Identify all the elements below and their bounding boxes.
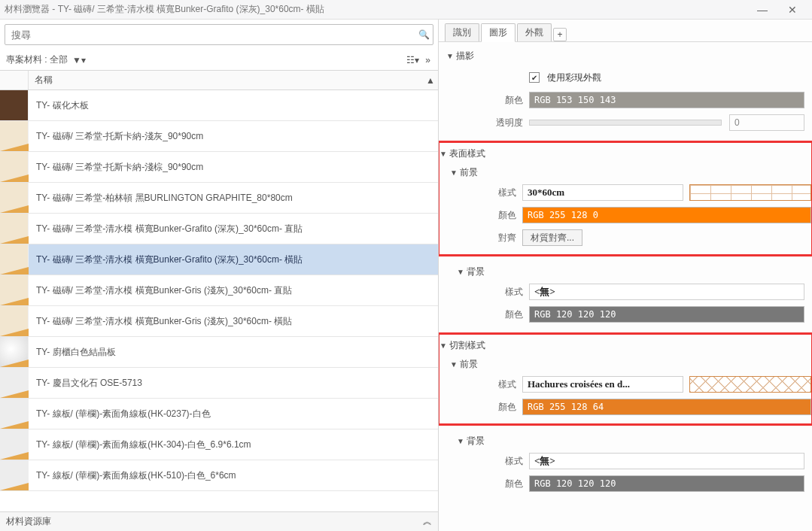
material-name: TY- 磁磚/ 三希堂-托斯卡納-淺棕_90*90cm — [29, 161, 438, 174]
material-name: TY- 廚櫃白色結晶板 — [29, 346, 438, 359]
list-view-icon[interactable]: ☷▾ — [405, 55, 421, 65]
material-row[interactable]: TY- 線板/ (華欄)-素面角線板(HK-510)-白色_6*6cm — [0, 460, 438, 491]
material-row[interactable]: TY- 磁磚/ 三希堂-托斯卡納-淺灰_90*90cm — [0, 121, 438, 152]
cut-fg-pattern-field[interactable]: Hachures croisées en d... — [522, 376, 683, 393]
transparency-label: 透明度 — [446, 117, 529, 129]
expand-icon[interactable]: » — [424, 55, 432, 65]
material-row[interactable]: TY- 磁磚/ 三希堂-托斯卡納-淺棕_90*90cm — [0, 152, 438, 183]
add-tab-button[interactable]: + — [553, 28, 567, 41]
material-thumbnail — [0, 244, 29, 275]
list-header: 名稱 ▲ — [0, 71, 438, 90]
left-panel: 🔍 專案材料 : 全部 ▼▾ ☷▾ » 名稱 ▲ TY- 碳化木板TY- 磁磚/… — [0, 20, 439, 531]
transparency-slider[interactable] — [529, 120, 722, 126]
tab-graphics[interactable]: 圖形 — [481, 23, 515, 42]
project-materials-toolbar: 專案材料 : 全部 ▼▾ ☷▾ » — [0, 50, 438, 71]
surf-fg-pattern-swatch[interactable] — [689, 184, 811, 201]
search-icon[interactable]: 🔍 — [415, 29, 433, 40]
material-thumbnail — [0, 214, 29, 244]
use-render-checkbox[interactable]: ✔ — [529, 72, 540, 83]
material-name: TY- 慶昌文化石 OSE-5713 — [29, 377, 438, 390]
tab-identity[interactable]: 識別 — [445, 23, 479, 41]
search-input[interactable]: 🔍 — [5, 24, 433, 45]
properties-panel: 識別 圖形 外觀 + 描影 ✔ 使用彩現外觀 顏色 RGB 153 150 14… — [439, 20, 812, 531]
cut-fg-color-label: 顏色 — [439, 401, 522, 414]
material-name: TY- 磁磚/ 三希堂-清水模 橫寬Bunker-Grafito (深灰)_30… — [29, 253, 438, 266]
materials-list[interactable]: TY- 碳化木板TY- 磁磚/ 三希堂-托斯卡納-淺灰_90*90cmTY- 磁… — [0, 90, 438, 511]
material-thumbnail — [0, 275, 29, 305]
shading-section[interactable]: 描影 — [446, 47, 804, 65]
material-row[interactable]: TY- 線板/ (華欄)-素面角線板(HK-0237)-白色 — [0, 399, 438, 429]
material-name: TY- 線板/ (華欄)-素面角線板(HK-0237)-白色 — [29, 408, 438, 420]
collapse-icon[interactable]: ︽ — [423, 515, 432, 528]
use-render-label: 使用彩現外觀 — [547, 71, 601, 84]
transparency-value[interactable]: 0 — [729, 114, 804, 131]
surf-fg-pattern-field[interactable]: 30*60cm — [522, 184, 683, 201]
texture-align-button[interactable]: 材質對齊... — [522, 229, 582, 246]
material-row[interactable]: TY- 磁磚/ 三希堂-清水模 橫寬Bunker-Grafito (深灰)_30… — [0, 244, 438, 275]
material-thumbnail — [0, 368, 29, 398]
align-label: 對齊 — [439, 232, 522, 244]
surf-bg-color-label: 顏色 — [446, 308, 529, 321]
material-row[interactable]: TY- 碳化木板 — [0, 90, 438, 121]
cut-bg-pattern-label: 樣式 — [446, 455, 529, 468]
material-thumbnail — [0, 152, 29, 182]
material-thumbnail — [0, 337, 29, 367]
surf-bg-color-field[interactable]: RGB 120 120 120 — [529, 306, 804, 323]
cut-background-header[interactable]: 背景 — [446, 432, 804, 449]
material-thumbnail — [0, 183, 29, 213]
titlebar: 材料瀏覽器 - TY- 磁磚/ 三希堂-清水模 橫寬Bunker-Grafito… — [0, 0, 812, 20]
surface-background-header[interactable]: 背景 — [446, 262, 804, 280]
tabs: 識別 圖形 外觀 + — [439, 20, 812, 42]
surf-fg-color-label: 顏色 — [439, 209, 522, 222]
surface-pattern-header[interactable]: 表面樣式 — [439, 144, 811, 163]
cut-foreground-header[interactable]: 前景 — [439, 355, 811, 372]
shading-color-label: 顏色 — [446, 94, 529, 107]
cut-fg-color-field[interactable]: RGB 255 128 64 — [522, 399, 811, 415]
material-thumbnail — [0, 306, 29, 336]
cut-bg-color-label: 顏色 — [446, 478, 529, 490]
material-name: TY- 線板/ (華欄)-素面角線板(HK-510)-白色_6*6cm — [29, 469, 438, 482]
sort-icon[interactable]: ▲ — [423, 75, 438, 86]
cut-pattern-header[interactable]: 切割樣式 — [439, 336, 811, 355]
material-thumbnail — [0, 460, 29, 490]
project-materials-label: 專案材料 : 全部 — [6, 53, 68, 66]
filter-icon[interactable]: ▼▾ — [71, 55, 87, 65]
column-name[interactable]: 名稱 — [29, 74, 423, 86]
tab-appearance[interactable]: 外觀 — [517, 23, 552, 41]
material-thumbnail — [0, 121, 29, 151]
material-row[interactable]: TY- 廚櫃白色結晶板 — [0, 337, 438, 368]
material-thumbnail — [0, 90, 29, 120]
material-thumbnail — [0, 399, 29, 429]
surf-bg-pattern-field[interactable]: <無> — [529, 284, 804, 300]
material-row[interactable]: TY- 慶昌文化石 OSE-5713 — [0, 368, 438, 399]
material-name: TY- 磁磚/ 三希堂-清水模 橫寬Bunker-Gris (淺灰)_30*60… — [29, 284, 438, 297]
material-row[interactable]: TY- 線板/ (華欄)-素面角線板(HK-304)-白色_6.9*6.1cm — [0, 429, 438, 460]
material-name: TY- 磁磚/ 三希堂-托斯卡納-淺灰_90*90cm — [29, 130, 438, 143]
material-row[interactable]: TY- 磁磚/ 三希堂-清水模 橫寬Bunker-Gris (淺灰)_30*60… — [0, 306, 438, 337]
surf-bg-pattern-label: 樣式 — [446, 286, 529, 299]
shading-color-field[interactable]: RGB 153 150 143 — [529, 92, 804, 108]
cut-pattern-section: 切割樣式 前景 樣式 Hachures croisées en d... 顏色 … — [439, 332, 812, 426]
surf-fg-pattern-label: 樣式 — [439, 187, 522, 199]
search-field[interactable] — [5, 29, 415, 41]
cut-fg-pattern-label: 樣式 — [439, 378, 522, 391]
material-thumbnail — [0, 429, 29, 460]
library-label: 材料資源庫 — [6, 515, 51, 528]
surf-fg-color-field[interactable]: RGB 255 128 0 — [522, 207, 811, 223]
material-row[interactable]: TY- 磁磚/ 三希堂-清水模 橫寬Bunker-Gris (淺灰)_30*60… — [0, 275, 438, 306]
material-name: TY- 磁磚/ 三希堂-清水模 橫寬Bunker-Gris (淺灰)_30*60… — [29, 315, 438, 328]
minimize-icon[interactable]: — — [747, 4, 777, 16]
material-name: TY- 磁磚/ 三希堂-柏林頓 黑BURLINGTON GRAPHITE_80*… — [29, 192, 438, 205]
surface-foreground-header[interactable]: 前景 — [439, 163, 811, 181]
library-bar[interactable]: 材料資源庫 ︽ — [0, 511, 438, 531]
material-name: TY- 碳化木板 — [29, 99, 438, 112]
close-icon[interactable]: ✕ — [777, 4, 807, 16]
cut-bg-pattern-field[interactable]: <無> — [529, 453, 804, 469]
material-row[interactable]: TY- 磁磚/ 三希堂-柏林頓 黑BURLINGTON GRAPHITE_80*… — [0, 183, 438, 214]
material-name: TY- 磁磚/ 三希堂-清水模 橫寬Bunker-Grafito (深灰)_30… — [29, 223, 438, 235]
material-row[interactable]: TY- 磁磚/ 三希堂-清水模 橫寬Bunker-Grafito (深灰)_30… — [0, 214, 438, 244]
window-title: 材料瀏覽器 - TY- 磁磚/ 三希堂-清水模 橫寬Bunker-Grafito… — [5, 3, 747, 16]
cut-bg-color-field[interactable]: RGB 120 120 120 — [529, 475, 804, 492]
cut-fg-pattern-swatch[interactable] — [689, 376, 811, 393]
material-name: TY- 線板/ (華欄)-素面角線板(HK-304)-白色_6.9*6.1cm — [29, 438, 438, 451]
